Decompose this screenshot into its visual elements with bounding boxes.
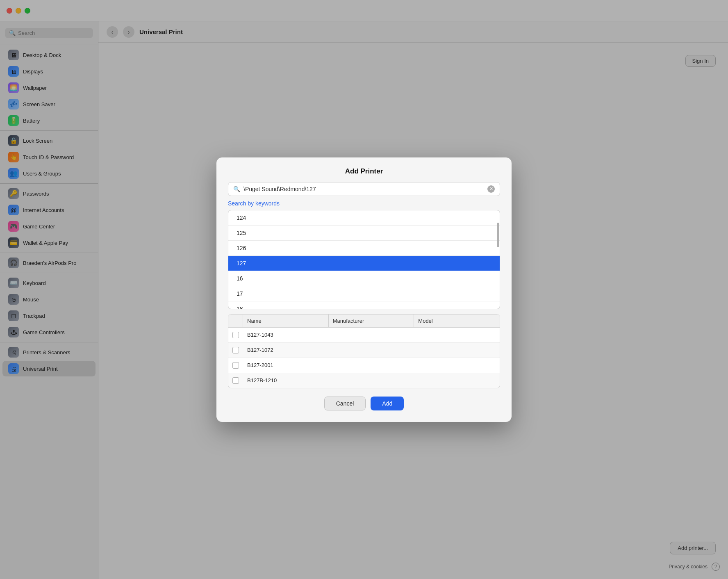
row-name: B127B-1210 [243,373,329,388]
add-printer-modal: Add Printer 🔍 ✕ Search by keywords 124 1… [216,157,512,422]
modal-search-icon: 🔍 [233,186,240,192]
table-header: Name Manufacturer Model [228,315,500,328]
modal-buttons: Cancel Add [228,397,500,410]
col-manufacturer: Manufacturer [329,315,414,327]
row-checkbox-cell [228,373,243,388]
col-checkbox [228,315,243,327]
modal-overlay: Add Printer 🔍 ✕ Search by keywords 124 1… [0,0,728,579]
col-model: Model [414,315,500,327]
modal-search-input[interactable] [243,186,484,192]
row-name: B127-2001 [243,358,329,372]
results-table: Name Manufacturer Model B127-1043 [228,314,500,388]
add-button[interactable]: Add [371,397,404,410]
printer-number-list: 124 125 126 127 16 17 18 20 [228,210,500,309]
row-model [414,376,500,385]
list-item[interactable]: 18 [228,301,500,309]
row-manufacturer [329,376,414,385]
table-row[interactable]: B127-2001 [228,358,500,373]
table-row[interactable]: B127-1043 [228,328,500,343]
list-item[interactable]: 124 [228,210,500,226]
list-item[interactable]: 17 [228,286,500,301]
row-checkbox[interactable] [232,377,239,384]
table-row[interactable]: B127-1072 [228,343,500,358]
row-checkbox[interactable] [232,362,239,369]
row-checkbox-cell [228,343,243,358]
search-by-keywords-link[interactable]: Search by keywords [228,200,500,207]
row-name: B127-1072 [243,343,329,357]
row-checkbox[interactable] [232,347,239,353]
list-item[interactable]: 126 [228,241,500,256]
modal-title: Add Printer [228,167,500,176]
row-manufacturer [329,346,414,354]
main-window: 🔍 🖥 Desktop & Dock 🖥 Displays 🌅 Wallpape… [0,0,728,579]
row-checkbox-cell [228,328,243,342]
row-manufacturer [329,331,414,339]
table-body: B127-1043 B127-1072 [228,328,500,388]
row-checkbox-cell [228,358,243,373]
list-item-selected[interactable]: 127 [228,256,500,271]
row-model [414,361,500,369]
list-item[interactable]: 16 [228,271,500,286]
clear-search-icon[interactable]: ✕ [487,185,495,193]
cancel-button[interactable]: Cancel [324,397,366,410]
row-name: B127-1043 [243,328,329,342]
list-item[interactable]: 125 [228,226,500,241]
printer-list-scroll[interactable]: 124 125 126 127 16 17 18 20 [228,210,500,309]
row-manufacturer [329,361,414,369]
col-name: Name [243,315,329,327]
scrollbar-thumb[interactable] [497,223,499,247]
row-model [414,346,500,354]
modal-search-bar[interactable]: 🔍 ✕ [228,182,500,196]
table-row[interactable]: B127B-1210 [228,373,500,388]
row-model [414,331,500,339]
row-checkbox[interactable] [232,332,239,338]
